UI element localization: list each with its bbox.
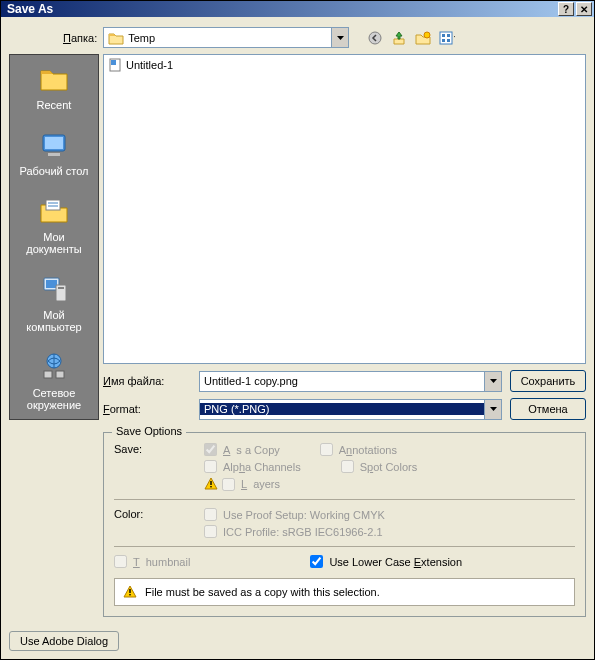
warning-icon — [123, 585, 137, 599]
format-dropdown-button[interactable] — [484, 400, 501, 419]
list-item[interactable]: Untitled-1 — [106, 57, 583, 73]
svg-rect-14 — [58, 287, 64, 289]
save-options-legend: Save Options — [112, 425, 186, 437]
save-label: Save: — [114, 443, 204, 491]
network-icon — [38, 351, 70, 383]
new-folder-icon[interactable] — [415, 30, 431, 46]
color-label: Color: — [114, 508, 204, 538]
sidebar-item-recent[interactable]: Recent — [33, 63, 76, 111]
sidebar-item-desktop[interactable]: Рабочий стол — [15, 129, 92, 177]
annotations-checkbox: Annotations — [320, 443, 397, 456]
layers-checkbox: Layers — [222, 478, 280, 491]
warning-icon — [204, 477, 218, 491]
svg-rect-9 — [48, 153, 60, 156]
save-as-dialog: Save As ? ✕ Папка: Temp — [0, 0, 595, 660]
filename-label: Имя файла: — [103, 375, 191, 387]
svg-rect-22 — [129, 589, 130, 593]
sidebar-item-label: Сетевое окружение — [14, 387, 94, 411]
sidebar-item-network[interactable]: Сетевое окружение — [10, 351, 98, 411]
desktop-icon — [38, 129, 70, 161]
sidebar-item-label: Recent — [37, 99, 72, 111]
cancel-button[interactable]: Отмена — [510, 398, 586, 420]
folder-combo[interactable]: Temp — [103, 27, 349, 48]
folder-label: Папка: — [63, 32, 97, 44]
documents-icon — [38, 195, 70, 227]
svg-rect-6 — [447, 39, 450, 42]
save-button[interactable]: Сохранить — [510, 370, 586, 392]
svg-rect-12 — [46, 280, 57, 288]
svg-rect-20 — [210, 481, 211, 485]
svg-point-1 — [424, 32, 430, 38]
svg-point-0 — [369, 32, 381, 44]
spot-checkbox: Spot Colors — [341, 460, 418, 473]
filename-value: Untitled-1 copy.png — [204, 375, 298, 387]
save-options-group: Save Options Save: As a Copy Annotations… — [103, 432, 586, 617]
sidebar-item-label: Мои документы — [14, 231, 94, 255]
computer-icon — [38, 273, 70, 305]
warning-message: File must be saved as a copy with this s… — [114, 578, 575, 606]
titlebar: Save As ? ✕ — [1, 1, 594, 17]
svg-rect-23 — [129, 594, 130, 595]
back-icon[interactable] — [367, 30, 383, 46]
svg-rect-5 — [442, 39, 445, 42]
up-icon[interactable] — [391, 30, 407, 46]
icc-checkbox: ICC Profile: sRGB IEC61966-2.1 — [204, 525, 575, 538]
svg-rect-17 — [56, 371, 64, 378]
help-button[interactable]: ? — [558, 2, 574, 16]
file-list[interactable]: Untitled-1 — [103, 54, 586, 364]
format-combo[interactable]: PNG (*.PNG) — [199, 399, 502, 420]
file-name: Untitled-1 — [126, 59, 173, 71]
format-label: Format: — [103, 403, 191, 415]
svg-rect-3 — [442, 34, 445, 37]
proof-checkbox: Use Proof Setup: Working CMYK — [204, 508, 575, 521]
sidebar-item-label: Мой компьютер — [14, 309, 94, 333]
svg-rect-21 — [210, 486, 211, 487]
as-copy-checkbox: As a Copy — [204, 443, 280, 456]
thumbnail-checkbox: Thumbnail — [114, 555, 190, 568]
sidebar-item-label: Рабочий стол — [19, 165, 88, 177]
filename-combo[interactable]: Untitled-1 copy.png — [199, 371, 502, 392]
window-title: Save As — [7, 2, 558, 16]
view-menu-icon[interactable] — [439, 30, 455, 46]
svg-rect-8 — [45, 137, 63, 149]
format-value: PNG (*.PNG) — [204, 403, 269, 415]
lowercase-checkbox[interactable]: Use Lower Case Extension — [310, 555, 462, 568]
warning-text: File must be saved as a copy with this s… — [145, 586, 380, 598]
use-adobe-dialog-button[interactable]: Use Adobe Dialog — [9, 631, 119, 651]
folder-open-icon — [108, 31, 124, 45]
file-icon — [108, 58, 122, 72]
folder-value: Temp — [128, 32, 155, 44]
filename-dropdown-button[interactable] — [484, 372, 501, 391]
folder-icon — [38, 63, 70, 95]
places-sidebar: Recent Рабочий стол Мои документы Мой ко… — [9, 54, 99, 420]
svg-rect-19 — [111, 60, 116, 65]
sidebar-item-computer[interactable]: Мой компьютер — [10, 273, 98, 333]
svg-rect-16 — [44, 371, 52, 378]
alpha-checkbox: Alpha Channels — [204, 460, 301, 473]
close-button[interactable]: ✕ — [576, 2, 592, 16]
folder-dropdown-button[interactable] — [331, 28, 348, 47]
folder-bar: Папка: Temp — [9, 27, 586, 48]
svg-rect-4 — [447, 34, 450, 37]
svg-rect-2 — [440, 32, 452, 44]
svg-rect-10 — [46, 200, 60, 210]
sidebar-item-documents[interactable]: Мои документы — [10, 195, 98, 255]
